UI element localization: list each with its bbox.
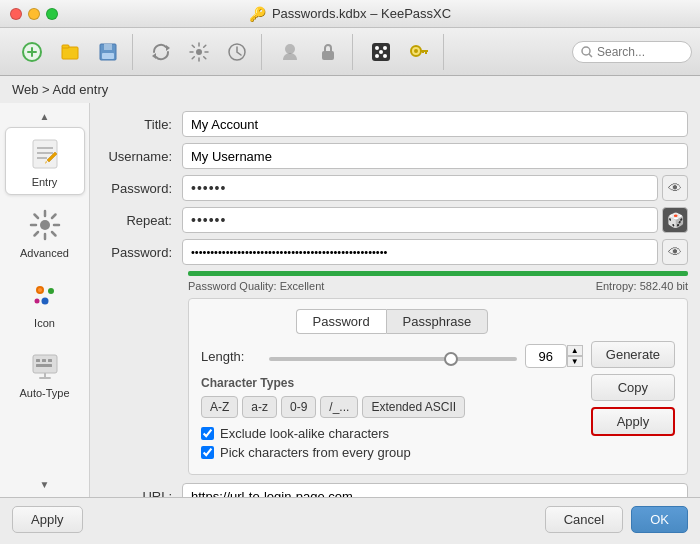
key-btn[interactable] — [401, 34, 437, 70]
title-row: Title: — [102, 111, 688, 137]
svg-point-34 — [34, 299, 39, 304]
char-btn-AZ[interactable]: A-Z — [201, 396, 238, 418]
quality-bar-bg — [188, 271, 688, 276]
sidebar-label-icon: Icon — [34, 317, 55, 329]
svg-rect-1 — [62, 47, 78, 59]
svg-rect-41 — [39, 377, 51, 379]
window-controls — [10, 8, 58, 20]
search-icon — [581, 46, 593, 58]
password-reveal-btn[interactable]: 👁 — [662, 175, 688, 201]
svg-rect-39 — [36, 364, 52, 367]
new-db-btn[interactable] — [14, 34, 50, 70]
sidebar-item-advanced[interactable]: Advanced — [5, 199, 85, 265]
title-input[interactable] — [182, 111, 688, 137]
app-icon: 🔑 — [249, 6, 266, 22]
apply-button[interactable]: Apply — [12, 506, 83, 533]
sidebar-item-entry[interactable]: Entry — [5, 127, 85, 195]
minimize-button[interactable] — [28, 8, 40, 20]
exclude-lookalike-checkbox[interactable] — [201, 427, 214, 440]
exclude-lookalike-row: Exclude look-alike characters — [201, 426, 583, 441]
password-field-group: 👁 — [182, 175, 688, 201]
repeat-input[interactable] — [182, 207, 658, 233]
pick-every-group-checkbox[interactable] — [201, 446, 214, 459]
svg-line-24 — [589, 54, 592, 57]
search-box[interactable] — [572, 41, 692, 63]
svg-rect-11 — [322, 51, 334, 60]
password-row: Password: 👁 — [102, 175, 688, 201]
add-entry-btn[interactable] — [272, 34, 308, 70]
length-row: Length: ▲ ▼ — [201, 344, 583, 368]
length-slider[interactable] — [269, 357, 517, 361]
url-label: URL: — [102, 489, 182, 498]
length-input[interactable] — [525, 344, 567, 368]
main-area: ▲ Entry Advanced — [0, 103, 700, 497]
entropy-label: Entropy: 582.40 bit — [596, 280, 688, 292]
sidebar-item-icon[interactable]: Icon — [5, 269, 85, 335]
repeat-row: Repeat: 🎲 — [102, 207, 688, 233]
lock-btn[interactable] — [310, 34, 346, 70]
gen-side-buttons: Generate Copy Apply — [591, 309, 675, 464]
open-btn[interactable] — [52, 34, 88, 70]
maximize-button[interactable] — [46, 8, 58, 20]
url-input[interactable] — [182, 483, 688, 497]
spin-down-btn[interactable]: ▼ — [567, 356, 583, 367]
search-input[interactable] — [597, 45, 677, 59]
copy-btn[interactable]: Copy — [591, 374, 675, 401]
repeat-reveal-btn[interactable]: 🎲 — [662, 207, 688, 233]
svg-rect-5 — [102, 53, 114, 59]
pick-every-group-label: Pick characters from every group — [220, 445, 411, 460]
repeat-field-group: 🎲 — [182, 207, 688, 233]
sidebar-scroll-down[interactable]: ▼ — [0, 475, 89, 493]
sidebar-label-entry: Entry — [32, 176, 58, 188]
gen-tabs: Password Passphrase — [201, 309, 583, 334]
gen-password-reveal-btn[interactable]: 👁 — [662, 239, 688, 265]
svg-point-17 — [379, 50, 383, 54]
title-label: Title: — [102, 117, 182, 132]
svg-marker-6 — [166, 45, 170, 51]
length-spinner-group: ▲ ▼ — [525, 344, 583, 368]
svg-point-15 — [375, 54, 379, 58]
sidebar-item-autotype[interactable]: Auto-Type — [5, 339, 85, 405]
generate-btn[interactable]: Generate — [591, 341, 675, 368]
length-label: Length: — [201, 349, 261, 364]
sync-btn[interactable] — [143, 34, 179, 70]
char-btns: A-Z a-z 0-9 /_... Extended ASCII — [201, 396, 583, 418]
svg-point-33 — [41, 298, 48, 305]
username-input[interactable] — [182, 143, 688, 169]
gen-password-row: Password: 👁 — [102, 239, 688, 265]
dice-btn[interactable] — [363, 34, 399, 70]
toolbar — [0, 28, 700, 76]
sidebar-scroll-up[interactable]: ▲ — [0, 107, 89, 125]
history-btn[interactable] — [219, 34, 255, 70]
gen-password-input[interactable] — [182, 239, 658, 265]
svg-point-32 — [48, 288, 54, 294]
tab-password[interactable]: Password — [296, 309, 386, 334]
spin-up-btn[interactable]: ▲ — [567, 345, 583, 356]
sidebar-label-autotype: Auto-Type — [19, 387, 69, 399]
ok-button[interactable]: OK — [631, 506, 688, 533]
tab-passphrase[interactable]: Passphrase — [386, 309, 489, 334]
cancel-button[interactable]: Cancel — [545, 506, 623, 533]
svg-point-14 — [383, 46, 387, 50]
char-btn-special[interactable]: /_... — [320, 396, 358, 418]
advanced-icon — [25, 205, 65, 245]
svg-rect-37 — [42, 359, 46, 362]
char-btn-extascii[interactable]: Extended ASCII — [362, 396, 465, 418]
bottom-bar: Apply Cancel OK — [0, 497, 700, 541]
quality-label: Password Quality: Excellent — [188, 280, 324, 292]
gen-password-field-group: 👁 — [182, 239, 688, 265]
gen-apply-btn[interactable]: Apply — [591, 407, 675, 436]
password-input[interactable] — [182, 175, 658, 201]
gen-area: Password Passphrase Length: ▲ — [201, 309, 675, 464]
char-btn-09[interactable]: 0-9 — [281, 396, 316, 418]
gen-area-left: Password Passphrase Length: ▲ — [201, 309, 583, 464]
svg-marker-7 — [152, 53, 156, 59]
quality-bar-container: Password Quality: Excellent Entropy: 582… — [188, 271, 688, 292]
save-btn[interactable] — [90, 34, 126, 70]
bottom-right: Cancel OK — [545, 506, 688, 533]
svg-point-8 — [196, 49, 202, 55]
settings-btn[interactable] — [181, 34, 217, 70]
close-button[interactable] — [10, 8, 22, 20]
char-btn-az[interactable]: a-z — [242, 396, 277, 418]
svg-rect-22 — [422, 50, 424, 53]
